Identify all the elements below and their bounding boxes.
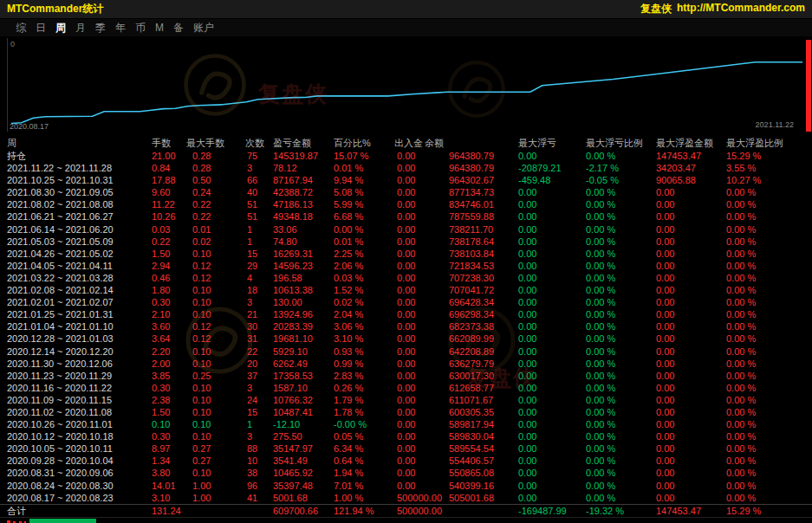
cell: 0.00 — [397, 248, 449, 260]
table-row[interactable]: 2020.12.28 ~ 2021.01.033.640.123119681.1… — [0, 333, 812, 345]
cell: 0.00 % — [726, 492, 812, 504]
table-row[interactable]: 2020.08.17 ~ 2020.08.233.101.00415001.68… — [0, 492, 812, 504]
cell: 0.00 — [397, 455, 449, 467]
brand-link[interactable]: 复盘侠 http://MTCommander.com — [640, 2, 805, 16]
table-row[interactable]: 2021.04.05 ~ 2021.04.112.940.122914596.2… — [0, 260, 812, 272]
column-header: 百分比% — [334, 136, 397, 150]
cell: 0.00 — [656, 394, 726, 406]
cell: 0.00 — [656, 406, 726, 418]
table-row[interactable]: 2021.01.04 ~ 2021.01.103.600.123020283.3… — [0, 320, 812, 333]
table-row[interactable]: 2021.06.21 ~ 2021.06.2710.260.225149348.… — [0, 210, 812, 223]
total-row[interactable]: 合计131.24609700.66121.94 %500000.00-16948… — [0, 504, 812, 518]
menu-item-10[interactable]: 账户 — [193, 21, 214, 36]
table-row[interactable]: 2020.11.16 ~ 2020.11.220.300.1031587.100… — [0, 382, 812, 394]
cell: 0.00 — [397, 394, 449, 406]
cell: 145319.87 — [273, 150, 334, 162]
cell: 49348.18 — [273, 210, 334, 223]
cell: 0.10 — [192, 467, 247, 479]
menu-item-4[interactable]: 月 — [75, 21, 86, 36]
table-row[interactable]: 2020.10.26 ~ 2020.11.010.100.101-12.10-0… — [0, 418, 812, 430]
cell: 2020.08.31 ~ 2020.09.06 — [7, 467, 152, 479]
cell: 1 — [247, 418, 273, 430]
cell: 74.80 — [273, 236, 334, 248]
cell: 0.01 % — [334, 236, 397, 248]
cell: 0.00 — [518, 455, 586, 467]
cell: 1.50 — [152, 406, 192, 418]
table-row[interactable]: 2021.01.25 ~ 2021.01.312.100.102113924.9… — [0, 308, 812, 320]
table-row[interactable]: 2020.08.31 ~ 2020.09.063.800.103810465.9… — [0, 467, 812, 479]
cell: 0.00 % — [726, 394, 812, 406]
table-row[interactable]: 2021.03.22 ~ 2021.03.280.460.124196.580.… — [0, 272, 812, 284]
cell: 0.28 — [192, 150, 247, 162]
table-row[interactable]: 2020.09.28 ~ 2020.10.041.340.27103541.49… — [0, 455, 812, 467]
cell: 0.00 % — [586, 480, 656, 492]
table-row[interactable]: 2021.02.08 ~ 2021.02.141.800.101810613.3… — [0, 284, 812, 296]
table-row[interactable]: 2021.04.26 ~ 2021.05.021.500.101516269.3… — [0, 248, 812, 260]
table-row[interactable]: 2021.05.03 ~ 2021.05.090.220.02174.800.0… — [0, 236, 812, 248]
cell: 0.00 — [518, 210, 586, 223]
cell: 2020.10.05 ~ 2020.10.11 — [7, 442, 152, 455]
cell: 0.30 — [152, 296, 192, 308]
table-row[interactable]: 2021.10.25 ~ 2021.10.3117.880.506687167.… — [0, 174, 812, 186]
table-row[interactable]: 2020.08.24 ~ 2020.08.3014.011.009635397.… — [0, 480, 812, 492]
cell: 0.00 — [656, 198, 726, 210]
holding-row[interactable]: 持仓21.000.2875145319.8715.07 %0.00964380.… — [0, 150, 812, 162]
cell: 21 — [247, 308, 273, 320]
x-axis-start-label: 2020.08.17 — [10, 122, 49, 131]
table-row[interactable]: 2020.11.02 ~ 2020.11.081.500.101510487.4… — [0, 406, 812, 418]
x-axis-end-label: 2021.11.22 — [756, 120, 794, 129]
menu-item-2[interactable]: 日 — [36, 21, 46, 36]
cell: 6.34 % — [334, 442, 397, 455]
cell: 47186.13 — [273, 198, 334, 210]
cell: 0.00 % — [586, 272, 656, 284]
cell: 0.00 % — [586, 455, 656, 467]
table-row[interactable]: 2021.11.22 ~ 2021.11.280.840.28378.120.0… — [0, 162, 812, 174]
cell: 0.00 — [518, 406, 586, 418]
cell: 0.00 — [397, 358, 449, 370]
table-row[interactable]: 2020.11.09 ~ 2020.11.152.380.102410766.3… — [0, 394, 812, 406]
table-row[interactable]: 2021.06.14 ~ 2021.06.200.030.01133.060.0… — [0, 223, 812, 236]
cell: 2.25 % — [334, 248, 397, 260]
table-row[interactable]: 2021.02.01 ~ 2021.02.070.300.103130.000.… — [0, 296, 812, 308]
cell: 877134.73 — [449, 186, 518, 198]
cell: 0.00 — [518, 272, 586, 284]
cell: 0.00 — [656, 442, 726, 455]
cell: 0.05 % — [334, 430, 397, 442]
cell: 0.46 — [152, 272, 192, 284]
cell: 3 — [247, 430, 273, 442]
cell: 2021.03.22 ~ 2021.03.28 — [7, 272, 152, 284]
cell: 0.00 — [397, 260, 449, 272]
menu-item-5[interactable]: 季 — [95, 21, 106, 36]
cell: 90065.88 — [656, 174, 726, 186]
cell: 0.00 — [518, 370, 586, 382]
cell: 0.50 — [192, 174, 247, 186]
menu-item-3[interactable]: 周 — [55, 21, 66, 36]
table-row[interactable]: 2020.10.12 ~ 2020.10.180.300.103275.500.… — [0, 430, 812, 442]
table-row[interactable]: 2021.08.02 ~ 2021.08.0811.220.225147186.… — [0, 198, 812, 210]
cell: 10487.41 — [273, 406, 334, 418]
cell: 2.04 % — [334, 308, 397, 320]
cell: 0.00 — [656, 210, 726, 223]
cell: 2020.11.09 ~ 2020.11.15 — [7, 394, 152, 406]
cell: 15 — [247, 406, 273, 418]
menu-item-6[interactable]: 年 — [115, 21, 126, 36]
table-row[interactable]: 2020.11.30 ~ 2020.12.062.000.10206262.49… — [0, 358, 812, 370]
menu-item-9[interactable]: 备 — [173, 21, 184, 36]
menu-item-8[interactable]: M — [155, 22, 164, 34]
cell: 0.00 % — [726, 358, 812, 370]
cell: 0.10 — [192, 406, 247, 418]
cell: 0.00 — [656, 308, 726, 320]
menu-item-7[interactable]: 币 — [135, 21, 146, 36]
menu-item-1[interactable]: 综 — [16, 21, 26, 36]
cell: 20283.39 — [273, 320, 334, 333]
brand-url[interactable]: http://MTCommander.com — [677, 2, 805, 16]
table-row[interactable]: 2020.11.23 ~ 2020.11.293.850.253717358.5… — [0, 370, 812, 382]
table-row[interactable]: 2020.10.05 ~ 2020.10.118.970.278835147.9… — [0, 442, 812, 455]
table-row[interactable]: 2021.08.30 ~ 2021.09.059.600.244042388.7… — [0, 186, 812, 198]
cell: 0.00 % — [586, 430, 656, 442]
cell: 0.00 — [518, 320, 586, 333]
cell: 0.00 % — [726, 467, 812, 479]
cell: 964302.67 — [449, 174, 518, 186]
cell: 0.02 — [192, 236, 247, 248]
table-row[interactable]: 2020.12.14 ~ 2020.12.202.200.10225929.10… — [0, 345, 812, 358]
